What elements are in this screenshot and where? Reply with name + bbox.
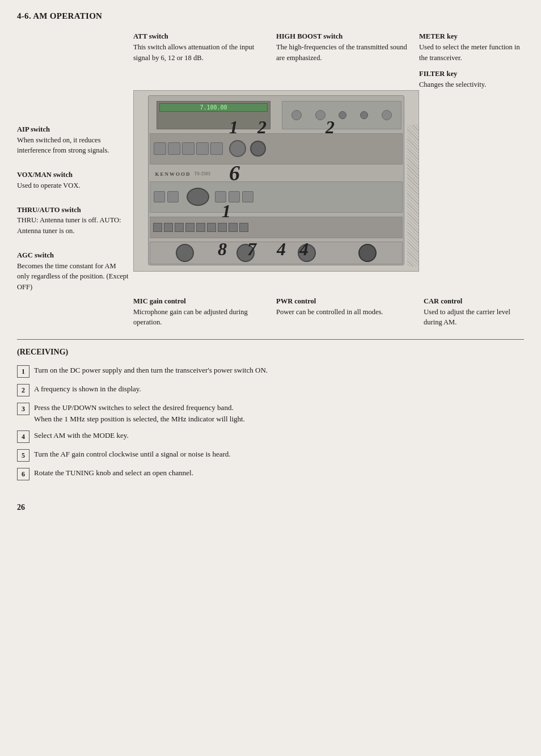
- mic-body: Microphone gain can be adjusted during o…: [133, 308, 248, 327]
- callout-2a: 1: [229, 118, 238, 136]
- filter-body: Changes the selectivity.: [419, 81, 486, 88]
- step-num-1: 1: [17, 365, 29, 378]
- agc-body: Becomes the time constant for AM only re…: [17, 262, 128, 292]
- aip-body: When switched on, it reduces interferenc…: [17, 136, 109, 155]
- highboost-title: HIGH BOOST switch: [276, 32, 343, 40]
- aip-label: AIP switch When switched on, it reduces …: [17, 124, 129, 156]
- page-number: 26: [17, 503, 524, 512]
- highboost-body: The high-frequencies of the transmitted …: [276, 43, 407, 62]
- step-item-3: 3 Press the UP/DOWN switches to select t…: [17, 402, 524, 424]
- right-labels: [419, 170, 524, 293]
- step-text-3: Press the UP/DOWN switches to select the…: [34, 402, 245, 424]
- left-labels: AIP switch When switched on, it reduces …: [17, 90, 133, 293]
- car-title: CAR control: [424, 297, 462, 305]
- step-list: 1 Turn on the DC power supply and then t…: [17, 365, 524, 480]
- thru-title: THRU/AUTO switch: [17, 206, 81, 214]
- step-num-6: 6: [17, 468, 29, 480]
- step-text-4: Select AM with the MODE key.: [34, 430, 129, 441]
- step-text-2: A frequency is shown in the display.: [34, 383, 141, 395]
- filter-title: FILTER key: [419, 70, 457, 78]
- mic-label: MIC gain control Microphone gain can be …: [133, 296, 276, 328]
- thru-body: THRU: Antenna tuner is off. AUTO: Antenn…: [17, 216, 121, 235]
- radio-diagram: 7.100.00: [133, 90, 419, 272]
- vox-body: Used to operate VOX.: [17, 181, 81, 189]
- aip-title: AIP switch: [17, 125, 50, 133]
- step-text-6: Rotate the TUNING knob and select an ope…: [34, 467, 193, 479]
- top-center-annotations: ATT switch This switch allows attenuatio…: [133, 31, 419, 90]
- step-item-6: 6 Rotate the TUNING knob and select an o…: [17, 467, 524, 480]
- car-body: Used to adjust the carrier level during …: [424, 308, 510, 327]
- top-right-annotations: METER key Used to select the meter funct…: [419, 31, 524, 90]
- callout-8: 8: [218, 240, 227, 258]
- step-num-5: 5: [17, 449, 29, 462]
- vox-label: VOX/MAN switch Used to operate VOX.: [17, 170, 129, 191]
- att-body: This switch allows attenuation of the in…: [133, 43, 254, 62]
- receiving-section: (RECEIVING) 1 Turn on the DC power suppl…: [17, 348, 524, 480]
- receiving-label: (RECEIVING): [17, 348, 524, 357]
- step-num-4: 4: [17, 430, 29, 443]
- agc-title: AGC switch: [17, 251, 54, 259]
- step-item-1: 1 Turn on the DC power supply and then t…: [17, 365, 524, 378]
- bottom-center-annotations: MIC gain control Microphone gain can be …: [133, 296, 419, 328]
- filter-label: FILTER key Changes the selectivity.: [419, 69, 524, 90]
- step-item-5: 5 Turn the AF gain control clockwise unt…: [17, 449, 524, 462]
- thru-label: THRU/AUTO switch THRU: Antenna tuner is …: [17, 205, 129, 236]
- section-divider: [17, 339, 524, 340]
- callout-1b: 1: [222, 202, 231, 220]
- callout-2c: 2: [326, 118, 335, 136]
- callout-2b: 2: [257, 118, 267, 136]
- mic-title: MIC gain control: [133, 297, 186, 305]
- pwr-label: PWR control Power can be controlled in a…: [276, 296, 419, 328]
- model-text: TS-2503: [195, 171, 210, 176]
- meter-label: METER key Used to select the meter funct…: [419, 31, 524, 63]
- car-label: CAR control Used to adjust the carrier l…: [424, 296, 524, 328]
- pwr-title: PWR control: [276, 297, 316, 305]
- step-num-3: 3: [17, 403, 29, 415]
- step-num-2: 2: [17, 384, 29, 396]
- step-text-1: Turn on the DC power supply and then tur…: [34, 365, 268, 376]
- callout-4a: 4: [277, 240, 286, 258]
- att-title: ATT switch: [133, 32, 168, 40]
- bottom-right-annotations: CAR control Used to adjust the carrier l…: [419, 296, 524, 328]
- page-title: 4-6. AM OPERATION: [17, 11, 524, 21]
- kenwood-brand: KENWOOD: [155, 171, 191, 177]
- pwr-body: Power can be controlled in all modes.: [276, 308, 383, 316]
- agc-label: AGC switch Becomes the time constant for…: [17, 250, 129, 293]
- highboost-label: HIGH BOOST switch The high-frequencies o…: [276, 31, 419, 85]
- step-item-2: 2 A frequency is shown in the display.: [17, 383, 524, 396]
- callout-6: 6: [229, 162, 240, 184]
- callout-4b: 4: [299, 240, 308, 258]
- att-label: ATT switch This switch allows attenuatio…: [133, 31, 276, 85]
- diagram-section: 7.100.00: [133, 90, 419, 293]
- callout-7: 7: [247, 240, 256, 258]
- step-text-5: Turn the AF gain control clockwise until…: [34, 449, 231, 460]
- meter-title: METER key: [419, 32, 458, 40]
- meter-body: Used to select the meter function in the…: [419, 43, 520, 62]
- step-item-4: 4 Select AM with the MODE key.: [17, 430, 524, 443]
- vox-title: VOX/MAN switch: [17, 171, 73, 179]
